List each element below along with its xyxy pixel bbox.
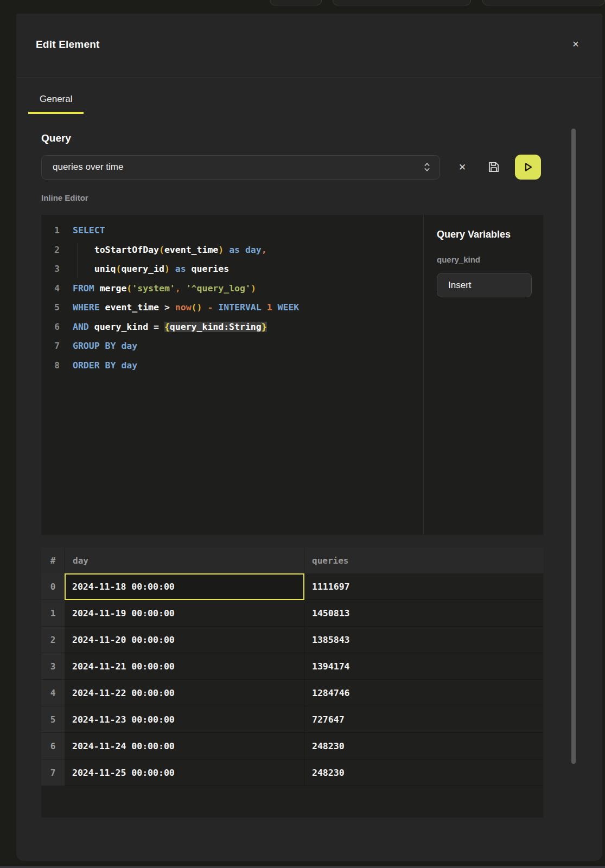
background-toolbar-button xyxy=(482,0,605,5)
query-select[interactable]: queries over time xyxy=(41,155,440,180)
row-index-cell[interactable]: 4 xyxy=(41,680,65,706)
code-text: FROM merge('system', '^query_log') xyxy=(73,283,256,293)
queries-cell[interactable]: 1385843 xyxy=(304,627,543,653)
modal-content: Query queries over time ✕ xyxy=(16,132,568,818)
table-row: 02024-11-18 00:00:001111697 xyxy=(41,573,543,600)
query-select-value: queries over time xyxy=(53,162,423,173)
day-cell[interactable]: 2024-11-23 00:00:00 xyxy=(65,706,304,733)
queries-cell[interactable]: 1284746 xyxy=(304,680,543,706)
unfold-chevrons-icon xyxy=(423,162,431,173)
code-text: uniq(query_id) as queries xyxy=(73,264,229,274)
tab-general[interactable]: General xyxy=(28,88,84,114)
day-cell[interactable]: 2024-11-19 00:00:00 xyxy=(65,600,304,627)
line-number: 1 xyxy=(41,225,60,235)
day-cell[interactable]: 2024-11-24 00:00:00 xyxy=(65,733,304,760)
tab-bar: General xyxy=(16,88,602,114)
row-index-cell[interactable]: 0 xyxy=(41,573,65,600)
indent-guide xyxy=(78,243,78,278)
day-cell[interactable]: 2024-11-25 00:00:00 xyxy=(65,760,304,786)
inline-editor-label: Inline Editor xyxy=(41,193,543,202)
code-line[interactable]: 7GROUP BY day xyxy=(41,336,423,356)
line-number: 2 xyxy=(41,245,60,255)
query-variables-heading: Query Variables xyxy=(437,229,543,240)
save-icon[interactable] xyxy=(484,157,504,177)
clear-query-icon[interactable]: ✕ xyxy=(453,157,472,177)
line-number: 8 xyxy=(41,360,60,371)
code-text: GROUP BY day xyxy=(73,341,137,351)
queries-cell[interactable]: 248230 xyxy=(304,733,543,760)
modal-header: Edit Element ✕ xyxy=(16,14,602,78)
row-index-cell[interactable]: 3 xyxy=(41,653,65,680)
line-number: 3 xyxy=(41,264,60,274)
line-number: 6 xyxy=(41,322,60,332)
query-results-table: # day queries 02024-11-18 00:00:00111169… xyxy=(41,547,543,818)
row-index-cell[interactable]: 5 xyxy=(41,706,65,733)
queries-cell[interactable]: 1450813 xyxy=(304,600,543,627)
query-variables-panel: Query Variables query_kind Insert xyxy=(424,215,543,535)
floppy-disk-icon xyxy=(487,160,501,174)
line-number: 7 xyxy=(41,341,60,351)
close-icon[interactable]: ✕ xyxy=(569,37,583,52)
play-icon xyxy=(521,161,534,174)
code-line[interactable]: 3 uniq(query_id) as queries xyxy=(41,259,423,279)
code-text: AND query_kind = {query_kind:String} xyxy=(73,322,267,332)
row-index-cell[interactable]: 1 xyxy=(41,600,65,627)
background-toolbar-button xyxy=(333,0,471,5)
code-line[interactable]: 4FROM merge('system', '^query_log') xyxy=(41,279,423,298)
sql-editor-panel: 1SELECT2 toStartOfDay(event_time) as day… xyxy=(41,215,543,535)
code-text: ORDER BY day xyxy=(73,360,137,371)
row-index-cell[interactable]: 7 xyxy=(41,760,65,786)
page-bottom-edge xyxy=(0,866,605,868)
day-cell[interactable]: 2024-11-21 00:00:00 xyxy=(65,653,304,680)
queries-cell[interactable]: 1111697 xyxy=(304,573,543,600)
run-query-button[interactable] xyxy=(515,155,541,180)
code-line[interactable]: 2 toStartOfDay(event_time) as day, xyxy=(41,240,423,260)
edit-element-modal: Edit Element ✕ General Query queries ove… xyxy=(16,14,602,861)
queries-cell[interactable]: 1394174 xyxy=(304,653,543,680)
row-index-cell[interactable]: 2 xyxy=(41,627,65,653)
query-selector-row: queries over time ✕ xyxy=(41,155,543,180)
modal-title: Edit Element xyxy=(36,39,99,50)
table-footer-space xyxy=(41,786,543,818)
query-section-heading: Query xyxy=(41,132,543,144)
insert-variable-button[interactable]: Insert xyxy=(437,273,532,297)
column-header-index: # xyxy=(41,547,65,573)
code-text: toStartOfDay(event_time) as day, xyxy=(73,245,267,255)
day-cell[interactable]: 2024-11-20 00:00:00 xyxy=(65,627,304,653)
code-text: WHERE event_time > now() - INTERVAL 1 WE… xyxy=(73,302,299,312)
day-cell[interactable]: 2024-11-18 00:00:00 xyxy=(65,573,304,600)
table-row: 62024-11-24 00:00:00248230 xyxy=(41,733,543,760)
table-row: 22024-11-20 00:00:001385843 xyxy=(41,627,543,653)
queries-cell[interactable]: 727647 xyxy=(304,706,543,733)
table-row: 72024-11-25 00:00:00248230 xyxy=(41,760,543,786)
table-row: 42024-11-22 00:00:001284746 xyxy=(41,680,543,706)
code-line[interactable]: 5WHERE event_time > now() - INTERVAL 1 W… xyxy=(41,298,423,317)
table-row: 52024-11-23 00:00:00727647 xyxy=(41,706,543,733)
variable-name-label: query_kind xyxy=(437,255,543,264)
code-line[interactable]: 8ORDER BY day xyxy=(41,356,423,375)
line-number: 4 xyxy=(41,283,60,293)
column-header-day: day xyxy=(65,547,304,573)
column-header-queries: queries xyxy=(304,547,543,573)
queries-cell[interactable]: 248230 xyxy=(304,760,543,786)
code-line[interactable]: 6AND query_kind = {query_kind:String} xyxy=(41,317,423,337)
day-cell[interactable]: 2024-11-22 00:00:00 xyxy=(65,680,304,706)
table-body: 02024-11-18 00:00:00111169712024-11-19 0… xyxy=(41,573,543,786)
table-row: 12024-11-19 00:00:001450813 xyxy=(41,600,543,627)
sql-code-editor[interactable]: 1SELECT2 toStartOfDay(event_time) as day… xyxy=(41,215,423,535)
row-index-cell[interactable]: 6 xyxy=(41,733,65,760)
background-toolbar-button xyxy=(270,0,322,5)
table-header-row: # day queries xyxy=(41,547,543,573)
code-text: SELECT xyxy=(73,225,105,235)
modal-scrollbar[interactable] xyxy=(571,129,576,764)
table-row: 32024-11-21 00:00:001394174 xyxy=(41,653,543,680)
line-number: 5 xyxy=(41,302,60,312)
code-line[interactable]: 1SELECT xyxy=(41,221,423,240)
